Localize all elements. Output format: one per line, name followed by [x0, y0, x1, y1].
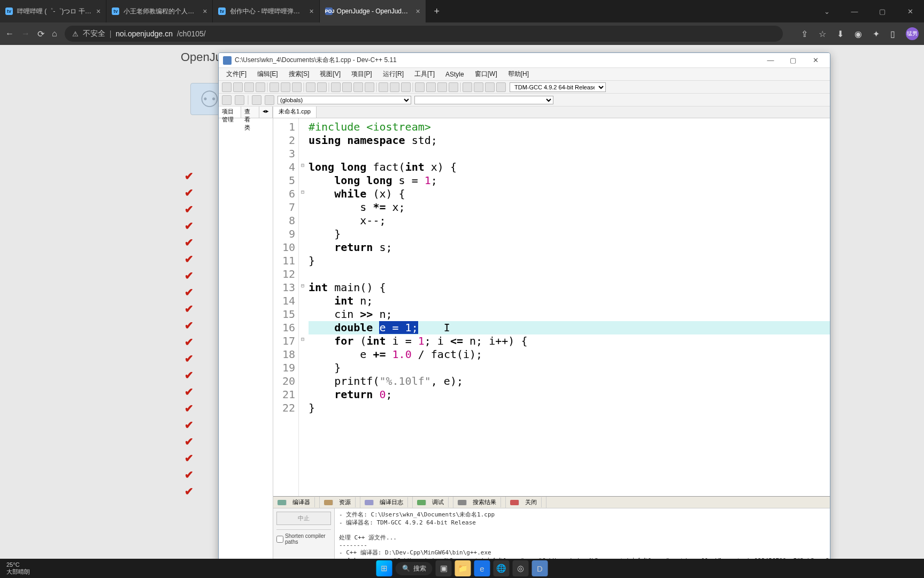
- start-icon[interactable]: ⊞: [376, 560, 392, 576]
- check-icon: ✔: [184, 186, 194, 199]
- toolbar-button[interactable]: [365, 82, 374, 92]
- toolbar-button[interactable]: [426, 82, 436, 92]
- btab-resource[interactable]: 资源: [320, 497, 360, 508]
- menu-search[interactable]: 搜索[S]: [284, 69, 314, 80]
- chrome-icon[interactable]: 🌐: [494, 560, 510, 576]
- favicon-icon: POJ: [325, 7, 333, 15]
- toolbar-button[interactable]: [437, 82, 447, 92]
- check-icon: ✔: [184, 352, 194, 365]
- code-editor[interactable]: 12345678910111213141516171819202122 ⊟⊟⊟⊟…: [273, 118, 830, 496]
- toolbar-button[interactable]: [353, 82, 363, 92]
- menu-view[interactable]: 视图[V]: [315, 69, 345, 80]
- toolbar-button[interactable]: [270, 82, 279, 92]
- weather-widget[interactable]: 25°C 大部晴朗: [0, 561, 36, 575]
- explorer-icon[interactable]: 📁: [455, 560, 471, 576]
- globals-select[interactable]: (globals): [278, 96, 411, 104]
- close-icon[interactable]: ×: [203, 7, 207, 16]
- url-input[interactable]: ⚠ 不安全 | noi.openjudge.cn/ch0105/: [65, 26, 783, 42]
- btab-compiler[interactable]: 编译器: [273, 497, 320, 508]
- file-tab[interactable]: 未命名1.cpp: [273, 107, 317, 118]
- toolbar-button[interactable]: [342, 82, 352, 92]
- close-icon[interactable]: ✕: [805, 56, 826, 64]
- compiler-select[interactable]: TDM-GCC 4.9.2 64-bit Release: [510, 82, 606, 92]
- new-tab-button[interactable]: +: [426, 0, 448, 22]
- toolbar-button[interactable]: [379, 82, 388, 92]
- toolbar-button[interactable]: [317, 82, 327, 92]
- toolbar-button[interactable]: [449, 82, 458, 92]
- btab-debug[interactable]: 调试: [413, 497, 453, 508]
- browser-tab[interactable]: tv 哔哩哔哩 (゜-゜)つロ 干杯~-bil… ×: [0, 0, 106, 22]
- maximize-icon[interactable]: ▢: [868, 0, 896, 22]
- toolbar-button[interactable]: [252, 95, 261, 105]
- toolbar-button[interactable]: [306, 82, 315, 92]
- toolbar-button[interactable]: [474, 82, 483, 92]
- symbols-select[interactable]: [414, 96, 553, 104]
- toolbar-button[interactable]: [222, 82, 232, 92]
- task-view-icon[interactable]: ▣: [436, 560, 452, 576]
- toolbar-button[interactable]: [244, 82, 254, 92]
- record-icon[interactable]: ◉: [854, 29, 862, 39]
- menu-project[interactable]: 项目[P]: [347, 69, 376, 80]
- devcpp-icon[interactable]: D: [532, 560, 548, 576]
- profile-avatar[interactable]: 猛男: [906, 27, 919, 40]
- toolbar-button[interactable]: [415, 82, 425, 92]
- menu-file[interactable]: 文件[F]: [222, 69, 251, 80]
- devcpp-titlebar[interactable]: C:\Users\wkn_4\Documents\未命名1.cpp - Dev-…: [219, 53, 830, 68]
- download-icon[interactable]: ⬇: [837, 29, 844, 39]
- forward-icon[interactable]: →: [21, 29, 30, 39]
- toolbar-button[interactable]: [401, 82, 411, 92]
- side-tab-project[interactable]: 项目管理: [219, 107, 241, 118]
- sidepanel-icon[interactable]: ▯: [890, 29, 895, 39]
- btab-close[interactable]: 关闭: [506, 497, 546, 508]
- devcpp-window: C:\Users\wkn_4\Documents\未命名1.cpp - Dev-…: [218, 52, 830, 566]
- toolbar-button[interactable]: [331, 82, 341, 92]
- toolbar-button[interactable]: [463, 82, 472, 92]
- compile-log[interactable]: - 文件名: C:\Users\wkn_4\Documents\未命名1.cpp…: [335, 508, 830, 566]
- btab-compile-log[interactable]: 编译日志: [360, 497, 413, 508]
- extensions-icon[interactable]: ✦: [873, 29, 880, 39]
- stop-button[interactable]: 中止: [276, 512, 331, 525]
- menu-help[interactable]: 帮助[H]: [504, 69, 533, 80]
- menu-tools[interactable]: 工具[T]: [410, 69, 439, 80]
- minimize-icon[interactable]: ―: [760, 56, 781, 64]
- browser-tab[interactable]: tv 创作中心 - 哔哩哔哩弹幕视频网 ×: [213, 0, 319, 22]
- bookmark-icon[interactable]: ☆: [819, 29, 826, 39]
- toolbar-button[interactable]: [390, 82, 399, 92]
- menu-window[interactable]: 窗口[W]: [471, 69, 502, 80]
- browser-tab[interactable]: tv 小王老师教编程的个人空间_哔哩… ×: [106, 0, 213, 22]
- close-window-icon[interactable]: ✕: [896, 0, 924, 22]
- chevron-down-icon[interactable]: ⌄: [813, 0, 841, 22]
- close-icon[interactable]: ×: [309, 7, 313, 16]
- toolbar-button[interactable]: [222, 95, 232, 105]
- side-tab-more[interactable]: ◂▸: [259, 107, 273, 118]
- edge-icon[interactable]: e: [474, 560, 490, 576]
- minimize-icon[interactable]: ―: [841, 0, 868, 22]
- toolbar-button[interactable]: [496, 82, 506, 92]
- toolbar-button[interactable]: [292, 82, 302, 92]
- menu-run[interactable]: 运行[R]: [379, 69, 408, 80]
- menu-astyle[interactable]: AStyle: [441, 70, 468, 79]
- fold-gutter[interactable]: ⊟⊟⊟⊟: [299, 118, 306, 496]
- toolbar-button[interactable]: [235, 95, 244, 105]
- toolbar-button[interactable]: [256, 82, 265, 92]
- shorten-checkbox[interactable]: Shorten compiler paths: [276, 533, 331, 545]
- browser-tab-active[interactable]: POJ OpenJudge - OpenJudge - 题… ×: [320, 0, 426, 22]
- menu-edit[interactable]: 编辑[E]: [253, 69, 282, 80]
- code-area[interactable]: #include <iostream> using namespace std;…: [306, 118, 830, 496]
- taskbar-search[interactable]: 🔍 搜索: [396, 562, 433, 575]
- tab-label: 哔哩哔哩 (゜-゜)つロ 干杯~-bil…: [17, 7, 92, 16]
- toolbar-button[interactable]: [265, 95, 274, 105]
- side-tab-class[interactable]: 查看类: [241, 107, 259, 118]
- toolbar-button[interactable]: [233, 82, 243, 92]
- back-icon[interactable]: ←: [5, 29, 14, 39]
- btab-search[interactable]: 搜索结果: [453, 497, 506, 508]
- maximize-icon[interactable]: ▢: [783, 56, 803, 64]
- reload-icon[interactable]: ⟳: [37, 29, 44, 39]
- home-icon[interactable]: ⌂: [52, 29, 57, 39]
- toolbar-button[interactable]: [281, 82, 290, 92]
- toolbar-button[interactable]: [485, 82, 495, 92]
- obs-icon[interactable]: ◎: [513, 560, 529, 576]
- share-icon[interactable]: ⇪: [801, 29, 808, 39]
- close-icon[interactable]: ×: [96, 7, 101, 16]
- close-icon[interactable]: ×: [416, 7, 420, 16]
